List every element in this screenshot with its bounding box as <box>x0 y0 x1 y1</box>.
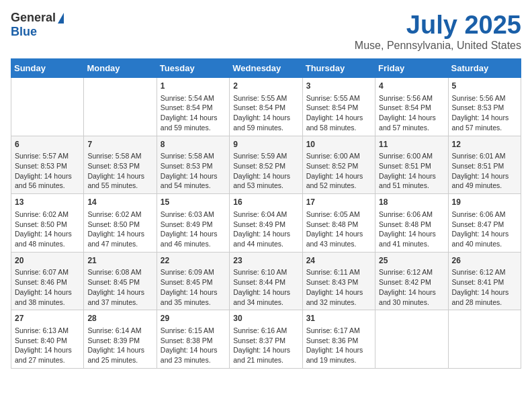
cell-content: 20Sunrise: 6:07 AMSunset: 8:46 PMDayligh… <box>15 255 80 308</box>
cell-content: 26Sunrise: 6:12 AMSunset: 8:41 PMDayligh… <box>452 255 517 308</box>
sunrise-text: Sunrise: 6:16 AM <box>233 326 298 336</box>
day-number: 4 <box>379 81 444 92</box>
calendar-header-tuesday: Tuesday <box>157 59 229 78</box>
cell-content: 30Sunrise: 6:16 AMSunset: 8:37 PMDayligh… <box>233 313 298 365</box>
sunset-text: Sunset: 8:51 PM <box>452 161 517 171</box>
cell-content: 4Sunrise: 5:56 AMSunset: 8:54 PMDaylight… <box>379 81 444 133</box>
day-number: 13 <box>15 197 80 208</box>
daylight-text: Daylight: 14 hours and 37 minutes. <box>87 287 152 307</box>
daylight-text: Daylight: 14 hours and 28 minutes. <box>452 287 517 307</box>
sunrise-text: Sunrise: 6:14 AM <box>87 326 152 336</box>
sunset-text: Sunset: 8:49 PM <box>161 220 226 230</box>
daylight-text: Daylight: 14 hours and 38 minutes. <box>15 287 80 307</box>
cell-content: 1Sunrise: 5:54 AMSunset: 8:54 PMDaylight… <box>161 81 226 133</box>
cell-content: 12Sunrise: 6:01 AMSunset: 8:51 PMDayligh… <box>452 139 517 191</box>
day-number: 31 <box>306 313 371 324</box>
day-number: 23 <box>233 255 298 267</box>
sunrise-text: Sunrise: 5:56 AM <box>379 93 444 103</box>
calendar-cell: 13Sunrise: 6:02 AMSunset: 8:50 PMDayligh… <box>11 194 84 253</box>
calendar-table: SundayMondayTuesdayWednesdayThursdayFrid… <box>11 58 521 369</box>
sunrise-text: Sunrise: 6:03 AM <box>161 210 226 220</box>
sunrise-text: Sunrise: 6:11 AM <box>306 267 371 277</box>
sunrise-text: Sunrise: 6:12 AM <box>379 267 444 277</box>
daylight-text: Daylight: 14 hours and 46 minutes. <box>161 229 226 248</box>
day-number: 26 <box>452 255 517 267</box>
calendar-header-row: SundayMondayTuesdayWednesdayThursdayFrid… <box>11 59 521 78</box>
cell-content: 6Sunrise: 5:57 AMSunset: 8:53 PMDaylight… <box>15 139 80 191</box>
day-number: 29 <box>161 313 226 324</box>
day-number: 8 <box>161 139 226 150</box>
daylight-text: Daylight: 14 hours and 59 minutes. <box>233 113 298 132</box>
calendar-cell: 7Sunrise: 5:58 AMSunset: 8:53 PMDaylight… <box>84 136 157 194</box>
cell-content: 27Sunrise: 6:13 AMSunset: 8:40 PMDayligh… <box>15 313 80 365</box>
cell-content: 19Sunrise: 6:06 AMSunset: 8:47 PMDayligh… <box>452 197 517 249</box>
sunset-text: Sunset: 8:49 PM <box>233 220 298 230</box>
cell-content: 31Sunrise: 6:17 AMSunset: 8:36 PMDayligh… <box>306 313 371 365</box>
calendar-cell: 19Sunrise: 6:06 AMSunset: 8:47 PMDayligh… <box>448 194 521 253</box>
daylight-text: Daylight: 14 hours and 48 minutes. <box>15 229 80 248</box>
sunset-text: Sunset: 8:52 PM <box>233 161 298 171</box>
calendar-cell: 17Sunrise: 6:05 AMSunset: 8:48 PMDayligh… <box>302 194 375 253</box>
sunset-text: Sunset: 8:54 PM <box>233 103 298 113</box>
sunrise-text: Sunrise: 5:57 AM <box>15 151 80 161</box>
calendar-cell: 6Sunrise: 5:57 AMSunset: 8:53 PMDaylight… <box>11 136 84 194</box>
cell-content: 16Sunrise: 6:04 AMSunset: 8:49 PMDayligh… <box>233 197 298 249</box>
calendar-cell <box>11 78 84 136</box>
calendar-header-wednesday: Wednesday <box>230 59 302 78</box>
daylight-text: Daylight: 14 hours and 52 minutes. <box>306 171 371 191</box>
daylight-text: Daylight: 14 hours and 58 minutes. <box>306 113 371 132</box>
day-number: 28 <box>87 313 152 324</box>
calendar-cell: 8Sunrise: 5:58 AMSunset: 8:53 PMDaylight… <box>157 136 229 194</box>
calendar-cell: 12Sunrise: 6:01 AMSunset: 8:51 PMDayligh… <box>448 136 521 194</box>
daylight-text: Daylight: 14 hours and 49 minutes. <box>452 171 517 191</box>
sunset-text: Sunset: 8:46 PM <box>15 277 80 287</box>
sunset-text: Sunset: 8:54 PM <box>379 103 444 113</box>
sunset-text: Sunset: 8:47 PM <box>452 220 517 230</box>
cell-content: 14Sunrise: 6:02 AMSunset: 8:50 PMDayligh… <box>87 197 152 249</box>
calendar-cell: 27Sunrise: 6:13 AMSunset: 8:40 PMDayligh… <box>11 310 84 369</box>
logo: General Blue <box>11 11 64 39</box>
day-number: 18 <box>379 197 444 208</box>
day-number: 24 <box>306 255 371 267</box>
calendar-cell: 4Sunrise: 5:56 AMSunset: 8:54 PMDaylight… <box>375 78 448 136</box>
cell-content: 23Sunrise: 6:10 AMSunset: 8:44 PMDayligh… <box>233 255 298 308</box>
sunrise-text: Sunrise: 6:02 AM <box>87 210 152 220</box>
daylight-text: Daylight: 14 hours and 23 minutes. <box>161 345 226 365</box>
day-number: 21 <box>87 255 152 267</box>
cell-content: 3Sunrise: 5:55 AMSunset: 8:54 PMDaylight… <box>306 81 371 133</box>
calendar-header-sunday: Sunday <box>11 59 84 78</box>
day-number: 19 <box>452 197 517 208</box>
calendar-week-row: 6Sunrise: 5:57 AMSunset: 8:53 PMDaylight… <box>11 136 521 194</box>
sunset-text: Sunset: 8:52 PM <box>306 161 371 171</box>
logo-triangle-icon <box>58 13 64 24</box>
calendar-week-row: 13Sunrise: 6:02 AMSunset: 8:50 PMDayligh… <box>11 194 521 253</box>
sunset-text: Sunset: 8:45 PM <box>161 277 226 287</box>
calendar-week-row: 27Sunrise: 6:13 AMSunset: 8:40 PMDayligh… <box>11 310 521 369</box>
daylight-text: Daylight: 14 hours and 44 minutes. <box>233 229 298 248</box>
day-number: 20 <box>15 255 80 267</box>
calendar-cell: 18Sunrise: 6:06 AMSunset: 8:48 PMDayligh… <box>375 194 448 253</box>
calendar-cell: 28Sunrise: 6:14 AMSunset: 8:39 PMDayligh… <box>84 310 157 369</box>
calendar-cell: 16Sunrise: 6:04 AMSunset: 8:49 PMDayligh… <box>230 194 302 253</box>
calendar-cell: 11Sunrise: 6:00 AMSunset: 8:51 PMDayligh… <box>375 136 448 194</box>
day-number: 5 <box>452 81 517 92</box>
day-number: 12 <box>452 139 517 150</box>
calendar-cell <box>448 310 521 369</box>
sunset-text: Sunset: 8:40 PM <box>15 336 80 346</box>
day-number: 10 <box>306 139 371 150</box>
daylight-text: Daylight: 14 hours and 27 minutes. <box>15 345 80 365</box>
cell-content: 29Sunrise: 6:15 AMSunset: 8:38 PMDayligh… <box>161 313 226 365</box>
sunrise-text: Sunrise: 5:59 AM <box>233 151 298 161</box>
sunset-text: Sunset: 8:36 PM <box>306 336 371 346</box>
sunrise-text: Sunrise: 6:02 AM <box>15 210 80 220</box>
day-number: 27 <box>15 313 80 324</box>
daylight-text: Daylight: 14 hours and 25 minutes. <box>87 345 152 365</box>
day-number: 17 <box>306 197 371 208</box>
calendar-cell <box>84 78 157 136</box>
calendar-cell: 10Sunrise: 6:00 AMSunset: 8:52 PMDayligh… <box>302 136 375 194</box>
daylight-text: Daylight: 14 hours and 47 minutes. <box>87 229 152 248</box>
daylight-text: Daylight: 14 hours and 56 minutes. <box>15 171 80 191</box>
daylight-text: Daylight: 14 hours and 40 minutes. <box>452 229 517 248</box>
sunrise-text: Sunrise: 6:07 AM <box>15 267 80 277</box>
daylight-text: Daylight: 14 hours and 30 minutes. <box>379 287 444 307</box>
